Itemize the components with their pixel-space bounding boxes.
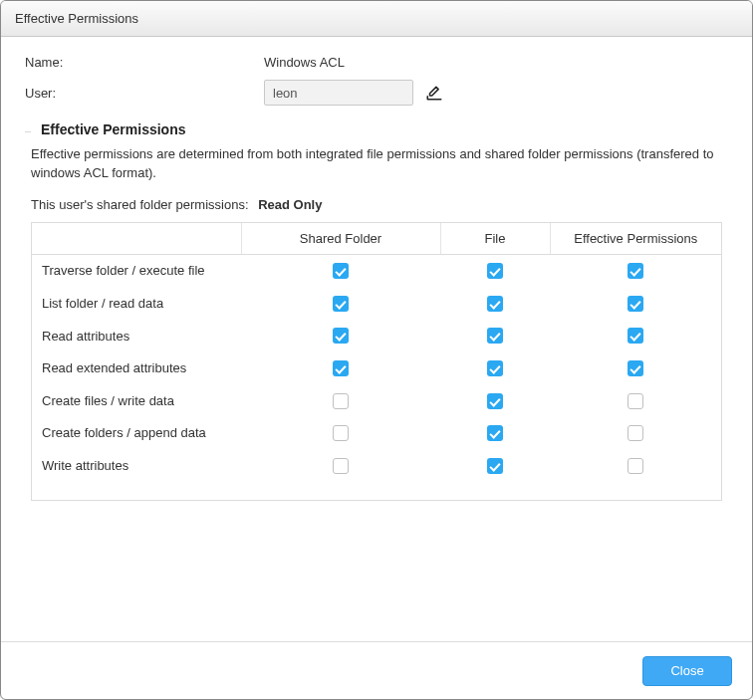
permissions-table: Shared Folder File Effective Permissions… — [32, 223, 721, 482]
checkbox-unchecked-icon — [628, 425, 643, 441]
edit-icon — [425, 84, 443, 102]
permission-cell-file — [440, 417, 550, 450]
permission-cell-file — [440, 287, 550, 320]
permission-cell-shared-folder — [241, 384, 440, 417]
checkbox-checked-icon — [333, 263, 349, 279]
permissions-table-container: Shared Folder File Effective Permissions… — [31, 222, 722, 501]
col-header-effective: Effective Permissions — [550, 223, 721, 255]
permission-cell-shared-folder — [241, 287, 440, 320]
permission-cell-effective — [550, 384, 721, 417]
shared-permission-label: This user's shared folder permissions: — [31, 197, 249, 212]
checkbox-checked-icon — [628, 296, 643, 312]
table-row: Create files / write data — [32, 384, 721, 417]
permission-cell-file — [440, 254, 550, 287]
checkbox-checked-icon — [487, 425, 503, 441]
description-text: Effective permissions are determined fro… — [31, 145, 722, 183]
table-row: Create folders / append data — [32, 417, 721, 450]
checkbox-unchecked-icon — [628, 458, 643, 474]
permission-cell-shared-folder — [241, 320, 440, 352]
permissions-table-scroll[interactable]: Shared Folder File Effective Permissions… — [32, 223, 721, 500]
checkbox-checked-icon — [628, 360, 643, 376]
permission-name: Read attributes — [32, 320, 241, 352]
edit-user-button[interactable] — [423, 82, 445, 104]
permission-cell-file — [440, 351, 550, 384]
permission-cell-effective — [550, 449, 721, 482]
name-label: Name: — [25, 55, 264, 70]
checkbox-checked-icon — [333, 360, 349, 376]
permission-name: Create folders / append data — [32, 417, 241, 450]
user-input[interactable] — [264, 80, 413, 106]
permission-cell-shared-folder — [241, 351, 440, 384]
table-row: Traverse folder / execute file — [32, 254, 721, 287]
dialog-window: Effective Permissions Name: Windows ACL … — [0, 0, 753, 700]
permission-cell-shared-folder — [241, 254, 440, 287]
checkbox-checked-icon — [487, 360, 503, 376]
permission-cell-effective — [550, 351, 721, 384]
checkbox-unchecked-icon — [333, 425, 349, 441]
permission-cell-effective — [550, 417, 721, 450]
permission-cell-file — [440, 449, 550, 482]
checkbox-checked-icon — [487, 296, 503, 312]
col-header-name — [32, 223, 241, 255]
checkbox-unchecked-icon — [628, 393, 643, 409]
fieldset-body: Effective permissions are determined fro… — [25, 137, 728, 641]
effective-permissions-fieldset: Effective Permissions Effective permissi… — [25, 121, 728, 641]
permission-cell-effective — [550, 320, 721, 352]
fieldset-legend: Effective Permissions — [31, 121, 728, 137]
dialog-footer: Close — [1, 641, 752, 699]
table-row: Write attributes — [32, 449, 721, 482]
checkbox-unchecked-icon — [333, 458, 349, 474]
permission-cell-shared-folder — [241, 417, 440, 450]
permission-name: Write attributes — [32, 449, 241, 482]
checkbox-checked-icon — [333, 296, 349, 312]
table-row: Read attributes — [32, 320, 721, 352]
user-label: User: — [25, 86, 264, 101]
name-row: Name: Windows ACL — [25, 55, 728, 70]
table-row: Read extended attributes — [32, 351, 721, 384]
checkbox-checked-icon — [333, 328, 349, 344]
col-header-file: File — [440, 223, 550, 255]
permission-cell-effective — [550, 254, 721, 287]
permission-cell-file — [440, 320, 550, 352]
checkbox-checked-icon — [487, 263, 503, 279]
table-row: List folder / read data — [32, 287, 721, 320]
permission-cell-shared-folder — [241, 449, 440, 482]
shared-permission-value: Read Only — [258, 197, 322, 212]
dialog-content: Name: Windows ACL User: Effective Permis… — [1, 37, 752, 641]
checkbox-checked-icon — [487, 393, 503, 409]
checkbox-checked-icon — [487, 328, 503, 344]
name-value: Windows ACL — [264, 55, 345, 70]
window-title: Effective Permissions — [15, 11, 138, 26]
checkbox-checked-icon — [628, 263, 643, 279]
titlebar: Effective Permissions — [1, 1, 752, 37]
shared-permission-line: This user's shared folder permissions: R… — [31, 197, 722, 212]
checkbox-unchecked-icon — [333, 393, 349, 409]
close-button[interactable]: Close — [642, 656, 732, 686]
col-header-shared-folder: Shared Folder — [241, 223, 440, 255]
checkbox-checked-icon — [628, 328, 643, 344]
checkbox-checked-icon — [487, 458, 503, 474]
permission-name: Traverse folder / execute file — [32, 254, 241, 287]
permission-name: List folder / read data — [32, 287, 241, 320]
permission-name: Read extended attributes — [32, 351, 241, 384]
user-row: User: — [25, 80, 728, 106]
permission-cell-effective — [550, 287, 721, 320]
permission-cell-file — [440, 384, 550, 417]
permission-name: Create files / write data — [32, 384, 241, 417]
